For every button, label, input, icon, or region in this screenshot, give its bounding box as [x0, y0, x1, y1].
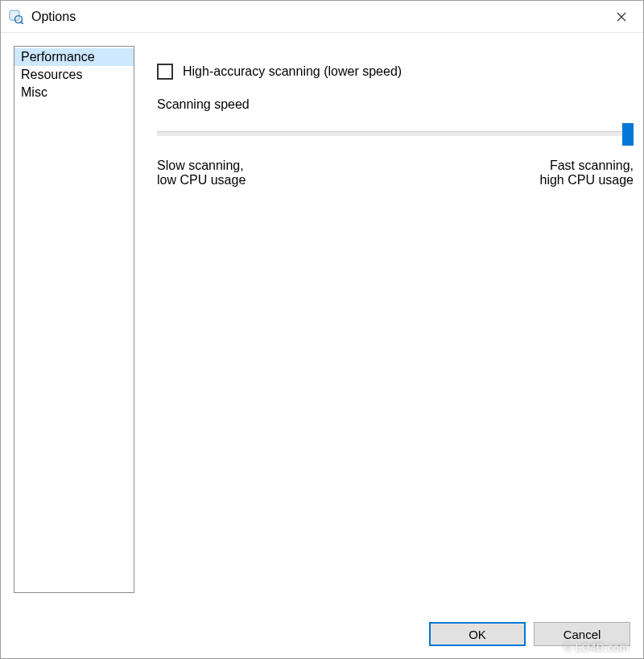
settings-panel: High-accuracy scanning (lower speed) Sca… [157, 46, 634, 610]
slider-max-label: Fast scanning, high CPU usage [539, 159, 634, 187]
app-icon [9, 10, 23, 24]
close-button[interactable] [601, 2, 642, 32]
high-accuracy-checkbox[interactable] [157, 64, 173, 80]
svg-line-2 [21, 22, 23, 24]
scanning-speed-label: Scanning speed [157, 97, 634, 112]
titlebar: Options [1, 1, 643, 33]
sidebar-item-label: Resources [21, 68, 82, 81]
slider-min-label: Slow scanning, low CPU usage [157, 159, 246, 187]
slider-labels: Slow scanning, low CPU usage Fast scanni… [157, 159, 634, 187]
cancel-button-label: Cancel [564, 628, 601, 641]
slider-min-label-line1: Slow scanning, [157, 159, 246, 173]
ok-button-label: OK [469, 628, 486, 641]
ok-button[interactable]: OK [429, 622, 526, 646]
category-list[interactable]: Performance Resources Misc [14, 46, 134, 593]
slider-track [157, 131, 634, 136]
close-icon [617, 12, 626, 22]
options-dialog: Options Performance Resources Misc High [0, 0, 644, 659]
high-accuracy-row: High-accuracy scanning (lower speed) [157, 64, 634, 80]
sidebar-item-misc[interactable]: Misc [14, 84, 134, 101]
high-accuracy-label: High-accuracy scanning (lower speed) [183, 64, 402, 79]
window-title: Options [31, 10, 601, 24]
sidebar-item-label: Performance [21, 50, 95, 64]
sidebar-item-label: Misc [21, 85, 47, 99]
scanning-speed-slider[interactable] [157, 123, 634, 155]
dialog-body: Performance Resources Misc High-accuracy… [1, 33, 643, 610]
dialog-footer: OK Cancel [1, 610, 643, 658]
cancel-button[interactable]: Cancel [534, 622, 630, 646]
slider-max-label-line2: high CPU usage [539, 173, 634, 187]
sidebar-item-resources[interactable]: Resources [14, 66, 134, 84]
slider-min-label-line2: low CPU usage [157, 173, 246, 187]
slider-thumb[interactable] [622, 123, 634, 146]
sidebar-item-performance[interactable]: Performance [14, 48, 134, 66]
slider-max-label-line1: Fast scanning, [539, 159, 634, 173]
